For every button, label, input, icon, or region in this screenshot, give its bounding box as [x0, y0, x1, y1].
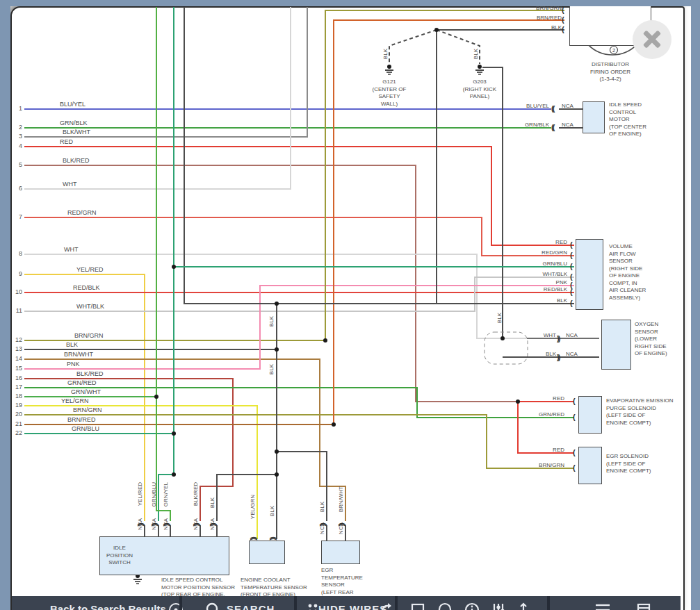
- wire-brn-wht: [24, 359, 345, 521]
- bottom-toolbar: Back to Search Results SEARCH HIDE WIRES: [12, 596, 681, 610]
- wire-blk-red: [24, 379, 233, 521]
- junction-dot: [434, 28, 439, 32]
- pot-wiper: [185, 536, 200, 554]
- o2-icon: [607, 332, 626, 353]
- switch-icon: [145, 536, 186, 567]
- blk-idle: [217, 475, 277, 521]
- svg-text:2: 2: [612, 47, 615, 53]
- shield-outline: [485, 332, 528, 364]
- junction-dot: [172, 265, 176, 269]
- wire-wht: [24, 7, 291, 189]
- junction-dot: [136, 559, 140, 563]
- motor-icon: M: [587, 101, 600, 133]
- junction-dot: [172, 431, 176, 436]
- window-icon[interactable]: [636, 602, 651, 610]
- therm-icon: [328, 547, 348, 560]
- junction-dot: [332, 422, 336, 427]
- wire-blk-red: [24, 165, 518, 402]
- ground-icon: [475, 65, 484, 74]
- toolbar-divider: [179, 596, 182, 610]
- wire-grn-red: [24, 388, 574, 418]
- ground-icon: [133, 574, 142, 584]
- grn-yel-vert: [156, 7, 170, 521]
- solenoid-icon: [581, 451, 597, 482]
- junction-dot: [500, 336, 505, 340]
- wire-wht-blk: [24, 277, 574, 311]
- wire-red: [24, 147, 574, 245]
- window-frame-top: [0, 0, 700, 6]
- brn-red-top: [334, 20, 564, 424]
- search-button[interactable]: SEARCH: [227, 603, 275, 610]
- info-icon[interactable]: [464, 602, 480, 610]
- svg-text:M: M: [591, 114, 596, 121]
- junction-dot: [275, 472, 279, 477]
- app-window: { "window": { "close_label": "close", "f…: [0, 0, 700, 610]
- pot-top-2: [158, 536, 175, 546]
- junction-dot: [173, 541, 177, 545]
- wire-yel-grn: [24, 406, 257, 539]
- wiring-canvas: 142M: [0, 0, 700, 610]
- grn-blu-vert: [158, 7, 174, 521]
- frame-icon[interactable]: [410, 602, 425, 610]
- sliders-icon[interactable]: [491, 602, 506, 610]
- junction-dot: [516, 399, 520, 404]
- junction-dot: [275, 347, 279, 352]
- zoom-icon[interactable]: [438, 602, 453, 610]
- wire-pnk: [24, 286, 574, 369]
- blk-vaf: [184, 7, 574, 304]
- toolbar-divider: [294, 596, 297, 610]
- brn-grn-top: [325, 10, 564, 340]
- junction-dot: [154, 395, 158, 399]
- junction-dot: [323, 338, 327, 343]
- back-to-results-button[interactable]: Back to Search Results: [50, 603, 166, 610]
- wire-brn-grn: [24, 415, 574, 468]
- ground-icon: [385, 65, 393, 74]
- junction-dot: [275, 302, 279, 306]
- therm-icon: [256, 547, 275, 560]
- svg-text:1: 1: [583, 18, 585, 24]
- egr-red: [518, 402, 574, 453]
- magnifier-icon[interactable]: [206, 602, 221, 610]
- g203-oxygen: [482, 67, 503, 338]
- junction-dot: [172, 472, 176, 477]
- junction-dot: [275, 450, 279, 454]
- undo-icon[interactable]: [379, 602, 396, 610]
- pot-bottom: [177, 536, 217, 567]
- solenoid-icon: [581, 400, 597, 431]
- g121-drop: [389, 30, 437, 64]
- wire-blk-wht: [24, 7, 307, 137]
- window-frame-right: [691, 0, 700, 610]
- toolbar-divider: [547, 596, 550, 610]
- close-icon[interactable]: [633, 20, 671, 59]
- hide-wires-button[interactable]: HIDE WIRES: [318, 603, 387, 610]
- menu-lines-icon[interactable]: [594, 602, 611, 610]
- window-frame-left: [0, 0, 10, 610]
- toolbar-divider: [395, 596, 398, 610]
- share-icon[interactable]: [516, 602, 531, 610]
- g203-drop: [437, 30, 480, 64]
